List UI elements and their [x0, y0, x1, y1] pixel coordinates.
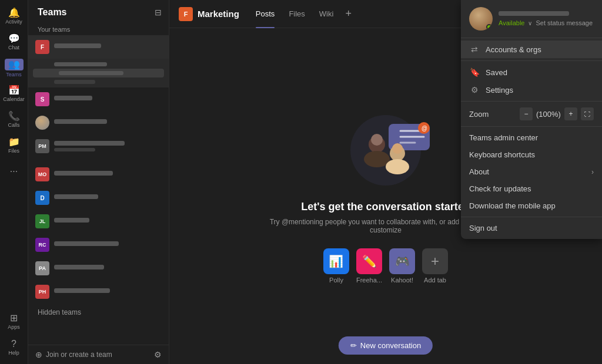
zoom-value: (100%) [536, 110, 561, 119]
team-avatar-rc: RC [35, 238, 49, 252]
team-item-mo[interactable]: MO ··· [28, 163, 169, 186]
sidebar-header: Teams ⊟ [28, 0, 169, 23]
zoom-fullscreen-button[interactable]: ⛶ [581, 107, 594, 120]
saved-icon: 🔖 [469, 68, 480, 77]
team-avatar-f: F [35, 40, 49, 54]
about-arrow: › [591, 168, 594, 176]
team-info-photo1 [54, 119, 152, 126]
about-label: About [469, 167, 489, 176]
channel-item[interactable] [28, 77, 169, 86]
new-conversation-button[interactable]: ✏ New conversation [339, 336, 433, 355]
check-updates-label: Check for updates [469, 184, 531, 193]
pencil-icon: ✏ [350, 341, 357, 350]
keyboard-shortcuts-item[interactable]: Keyboard shortcuts [461, 146, 602, 163]
svg-point-9 [371, 134, 383, 146]
sidebar-title: Teams [38, 7, 67, 18]
rail-item-chat[interactable]: 💬 Chat [2, 31, 26, 54]
channel-name: Marketing [198, 9, 239, 19]
divider [461, 60, 602, 61]
hidden-teams[interactable]: Hidden teams [28, 304, 169, 321]
svg-point-11 [386, 159, 409, 174]
polly-icon: 📊 [323, 248, 349, 274]
team-item-photo1[interactable]: ··· [28, 111, 169, 134]
team-info-pm [54, 141, 152, 151]
rail-item-calls[interactable]: 📞 Calls [2, 108, 26, 132]
settings-item[interactable]: ⚙ Settings [461, 81, 602, 99]
team-info-ph [54, 288, 152, 295]
about-item[interactable]: About › [461, 163, 602, 180]
activity-icon: 🔔 [8, 8, 20, 18]
join-icon: ⊕ [35, 350, 42, 359]
add-tab-button[interactable]: + [340, 8, 356, 20]
team-item-d[interactable]: D ··· [28, 186, 169, 210]
tab-wiki[interactable]: Wiki [312, 0, 341, 28]
team-item-f[interactable]: F ··· [28, 35, 169, 59]
app-freehand[interactable]: ✏️ Freeha... [356, 248, 382, 284]
svg-point-12 [392, 143, 403, 154]
team-avatar-jl: JL [35, 214, 49, 228]
team-info-jl [54, 218, 152, 225]
rail-item-more[interactable]: ··· [2, 160, 26, 183]
help-icon: ? [11, 339, 16, 349]
apps-icon: ⊞ [10, 314, 18, 323]
join-create-team[interactable]: ⊕ Join or create a team [35, 350, 112, 359]
rail-item-calendar[interactable]: 📅 Calendar [2, 82, 26, 106]
divider [461, 126, 602, 127]
settings-icon: ⚙ [469, 85, 480, 95]
manage-teams-icon[interactable]: ⚙ [154, 350, 162, 359]
set-status-message[interactable]: Set status message [536, 19, 593, 26]
app-polly[interactable]: 📊 Polly [323, 248, 349, 284]
team-name-bar [54, 288, 110, 293]
profile-avatar[interactable] [469, 7, 493, 31]
team-name-bar [54, 194, 98, 199]
rail-item-help[interactable]: ? Help [2, 336, 26, 359]
zoom-plus-button[interactable]: + [564, 107, 577, 120]
team-avatar-d: D [35, 191, 49, 205]
channel-item[interactable] [28, 60, 169, 69]
app-kahoot[interactable]: 🎮 Kahoot! [389, 248, 415, 284]
teams-admin-item[interactable]: Teams admin center [461, 129, 602, 146]
channel-item-active[interactable] [33, 69, 164, 77]
team-item-ph[interactable]: PH ··· [28, 280, 169, 304]
team-avatar-pm: PM [35, 139, 49, 153]
team-name-bar [54, 171, 113, 176]
add-tab-app[interactable]: + Add tab [422, 248, 448, 284]
team-item-s[interactable]: S ··· [28, 87, 169, 111]
tab-posts[interactable]: Posts [249, 0, 282, 28]
chat-icon: 💬 [8, 34, 20, 43]
channel-bar [54, 80, 95, 84]
svg-text:@: @ [422, 125, 427, 132]
tab-files[interactable]: Files [282, 0, 312, 28]
rail-item-files[interactable]: 📁 Files [2, 134, 26, 157]
download-mobile-item[interactable]: Download the mobile app [461, 197, 602, 214]
team-name-bar [54, 43, 101, 48]
filter-icon[interactable]: ⊟ [155, 8, 162, 17]
polly-label: Polly [329, 277, 343, 284]
team-name-bar [54, 96, 92, 100]
add-tab-label: Add tab [424, 277, 446, 284]
team-avatar-s: S [35, 92, 49, 106]
team-item-rc[interactable]: RC ··· [28, 233, 169, 257]
check-updates-item[interactable]: Check for updates [461, 180, 602, 197]
team-name-bar [54, 119, 107, 124]
accounts-orgs-item[interactable]: ⇄ Accounts & orgs [461, 41, 602, 58]
sign-out-item[interactable]: Sign out [461, 220, 602, 237]
more-icon: ··· [10, 167, 18, 176]
saved-item[interactable]: 🔖 Saved [461, 63, 602, 81]
team-item-pm[interactable]: PM ··· [28, 134, 169, 158]
status-chevron: ∨ [528, 20, 532, 26]
zoom-minus-button[interactable]: − [520, 107, 533, 120]
status-dot [486, 24, 492, 30]
rail-item-apps[interactable]: ⊞ Apps [2, 310, 26, 333]
channel-icon: F [179, 7, 193, 21]
rail-item-activity[interactable]: 🔔 Activity [2, 5, 26, 28]
availability-status[interactable]: Available [499, 19, 524, 26]
team-info-mo [54, 171, 152, 178]
download-mobile-label: Download the mobile app [469, 201, 556, 210]
team-item-jl[interactable]: JL ··· [28, 210, 169, 233]
team-item-pa[interactable]: PA ··· [28, 257, 169, 280]
freehand-icon: ✏️ [356, 248, 382, 274]
rail-item-teams[interactable]: 👥 Teams [2, 56, 26, 80]
teams-admin-label: Teams admin center [469, 133, 538, 142]
profile-status-row: Available ∨ Set status message [499, 19, 594, 26]
